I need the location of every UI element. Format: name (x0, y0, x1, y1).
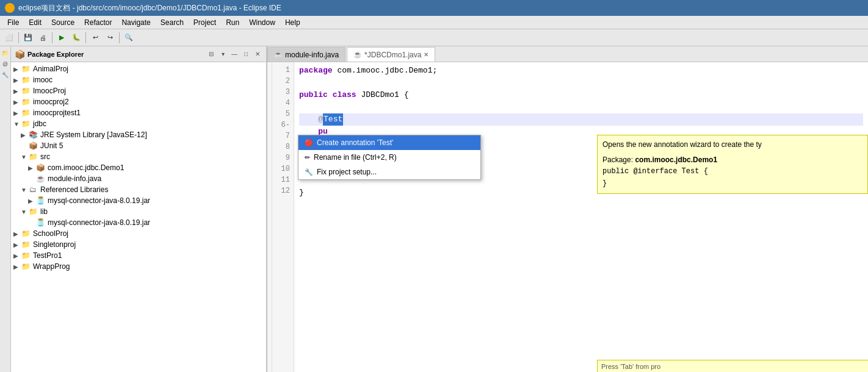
tree-label: AnimalProj (33, 65, 68, 73)
jar-icon: 🫙 (35, 218, 45, 227)
tree-label: Singletonproj (33, 240, 76, 249)
tab-module-info[interactable]: ☕ module-info.java (267, 47, 345, 62)
tree-item-imoocproj2[interactable]: ▶ 📁 imoocproj2 (11, 96, 266, 107)
side-icon-1[interactable]: 📁 (1, 49, 10, 57)
autocomplete-dropdown: 🔴 Create annotation 'Test' ✏ Rename in f… (298, 135, 481, 180)
tree-label: JUnit 5 (40, 141, 63, 150)
code-line-12 (299, 199, 863, 211)
rename-icon: ✏ (305, 154, 310, 162)
tab-jdbcdmo1[interactable]: ☕ *JDBCDmo1.java ✕ (347, 47, 435, 62)
toolbar-redo[interactable]: ↪ (103, 31, 117, 45)
tree-item-package[interactable]: ▶ 📦 com.imooc.jdbc.Demo1 (11, 162, 266, 173)
tree-item-jre[interactable]: ▶ 📚 JRE System Library [JavaSE-12] (11, 129, 266, 140)
ac-item-rename[interactable]: ✏ Rename in file (Ctrl+2, R) (298, 150, 480, 165)
tree-label: imoocproj2 (33, 98, 69, 106)
tree-item-schoolproj[interactable]: ▶ 📁 SchoolProj (11, 228, 266, 239)
code-content[interactable]: package com.imooc.jdbc.Demo1; public cla… (294, 62, 868, 372)
menu-item-edit[interactable]: Edit (24, 17, 46, 28)
menu-item-window[interactable]: Window (244, 17, 280, 28)
tooltip-panel: Opens the new annotation wizard to creat… (597, 135, 868, 194)
gutter (267, 62, 272, 372)
tree-item-jdbc[interactable]: ▼ 📁 jdbc (11, 118, 266, 129)
expand-icon: ▶ (13, 263, 20, 270)
toolbar-print[interactable]: 🖨 (36, 31, 49, 45)
tree-item-animalproj[interactable]: ▶ 📁 AnimalProj (11, 63, 266, 74)
expand-icon: ▶ (13, 241, 20, 248)
package-explorer-title: Package Explorer (27, 51, 84, 58)
line-num: 8 (275, 141, 290, 152)
code-editor[interactable]: 1 2 3 4 5 6- 7 8 9 10 11 12 package com.… (267, 62, 868, 372)
tree-item-imooc[interactable]: ▶ 📁 imooc (11, 74, 266, 85)
menu-item-project[interactable]: Project (189, 17, 221, 28)
menu-item-help[interactable]: Help (280, 17, 305, 28)
line-num: 4 (275, 98, 290, 109)
pkg-header-right: ⊟ ▾ — □ ✕ (206, 49, 262, 59)
tab-close-btn[interactable]: ✕ (424, 51, 429, 58)
menu-item-navigate[interactable]: Navigate (117, 17, 155, 28)
folder-icon: 📁 (21, 87, 31, 95)
package-explorer-header: 📦 Package Explorer ⊟ ▾ — □ ✕ (11, 46, 266, 62)
menu-item-search[interactable]: Search (156, 17, 189, 28)
menu-item-refactor[interactable]: Refactor (79, 17, 117, 28)
tree-item-reflibx[interactable]: ▼ 🗂 Referenced Libraries (11, 184, 266, 195)
toolbar-search[interactable]: 🔍 (122, 31, 136, 45)
pkg-min-btn[interactable]: — (230, 49, 239, 59)
side-icon-2[interactable]: @ (1, 60, 10, 68)
side-icon-3[interactable]: 🔧 (1, 71, 10, 79)
side-icon-strip: 📁 @ 🔧 (0, 46, 11, 372)
tree-item-src[interactable]: ▼ 📁 src (11, 151, 266, 162)
line-num: 10 (275, 163, 290, 174)
menu-item-run[interactable]: Run (221, 17, 244, 28)
toolbar-new[interactable]: ⬜ (2, 31, 16, 45)
tooltip-package-label: Package: (602, 156, 635, 164)
toolbar-save[interactable]: 💾 (21, 31, 35, 45)
tree-item-module-info[interactable]: ☕ module-info.java (11, 173, 266, 184)
code-text (328, 89, 333, 101)
folder-icon: 📁 (21, 229, 31, 238)
tree-item-singletonproj[interactable]: ▶ 📁 Singletonproj (11, 239, 266, 250)
tree-item-testpro1[interactable]: ▶ 📁 TestPro1 (11, 250, 266, 261)
main-area: 📁 @ 🔧 📦 Package Explorer ⊟ ▾ — □ ✕ ▶ 📁 A… (0, 46, 868, 372)
tree-item-lib[interactable]: ▼ 📁 lib (11, 206, 266, 217)
pkg-menu-btn[interactable]: ▾ (218, 49, 228, 59)
line-num: 9 (275, 152, 290, 163)
jar-icon: 🫙 (35, 196, 45, 205)
toolbar-run[interactable]: ▶ (55, 31, 68, 45)
tree-item-mysql-jar-2[interactable]: 🫙 mysql-connector-java-8.0.19.jar (11, 217, 266, 228)
ac-item-create-annotation[interactable]: 🔴 Create annotation 'Test' (298, 135, 480, 150)
expand-icon: ▶ (13, 99, 20, 106)
line-num: 6- (275, 120, 290, 131)
tree-item-mysql-jar-1[interactable]: ▶ 🫙 mysql-connector-java-8.0.19.jar (11, 195, 266, 206)
tree-label: lib (40, 207, 48, 216)
pkg-collapse-btn[interactable]: ⊟ (206, 49, 216, 59)
ac-item-fix-setup[interactable]: 🔧 Fix project setup... (298, 165, 480, 179)
java-icon: ☕ (35, 174, 45, 183)
tree-item-imoocproj[interactable]: ▶ 📁 ImoocProj (11, 85, 266, 96)
code-line-5: @Test (299, 113, 863, 126)
toolbar-debug[interactable]: 🐛 (70, 31, 83, 45)
editor-area: ☕ module-info.java ☕ *JDBCDmo1.java ✕ 1 … (267, 46, 868, 372)
tree-item-junit[interactable]: 📦 JUnit 5 (11, 140, 266, 151)
tree-label: SchoolProj (33, 229, 68, 238)
toolbar-undo[interactable]: ↩ (89, 31, 102, 45)
expand-icon: ▶ (13, 252, 20, 259)
tree-item-imoocprojtest1[interactable]: ▶ 📁 imoocprojtest1 (11, 107, 266, 118)
menu-item-file[interactable]: File (2, 17, 24, 28)
tree-item-wrappprog[interactable]: ▶ 📁 WrappProg (11, 261, 266, 272)
line-num: 1 (275, 65, 290, 76)
code-line-3: public class JDBCDmo1 { (299, 89, 863, 101)
ac-label: Rename in file (Ctrl+2, R) (314, 153, 397, 162)
toolbar-sep1 (18, 32, 19, 43)
tree-label: ImoocProj (33, 87, 66, 95)
code-text: com.imooc.jdbc.Demo1; (333, 65, 438, 77)
tree-label: imoocprojtest1 (33, 109, 81, 117)
titlebar: eclipse项目文档 - jdbc/src/com/imooc/jdbc/De… (0, 0, 868, 16)
pkg-max-btn[interactable]: □ (241, 49, 251, 59)
folder-icon: 📁 (21, 120, 31, 128)
pkg-close-btn[interactable]: ✕ (253, 49, 262, 59)
menu-item-source[interactable]: Source (46, 17, 79, 28)
eclipse-icon (5, 3, 15, 13)
expand-icon: ▶ (13, 66, 20, 73)
tooltip-description: Opens the new annotation wizard to creat… (602, 139, 863, 151)
tree-label: JRE System Library [JavaSE-12] (40, 131, 147, 139)
